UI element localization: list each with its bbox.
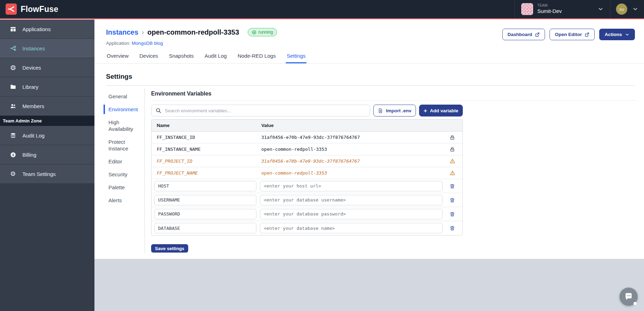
env-value-input[interactable] [260, 223, 443, 233]
team-name: Sumit-Dev [537, 8, 593, 15]
add-variable-button[interactable]: + Add variable [419, 105, 463, 116]
team-admin-zone-label: Team Admin Zone [0, 116, 94, 126]
trash-icon[interactable] [443, 225, 462, 231]
env-value-input[interactable] [260, 209, 443, 219]
team-avatar [521, 3, 533, 15]
table-row-editable [151, 179, 462, 193]
env-name-input[interactable] [154, 209, 256, 219]
panel-title: Environment Variables [151, 91, 636, 97]
dashboard-button[interactable]: Dashboard [502, 29, 545, 40]
env-value-input[interactable] [260, 195, 443, 205]
env-name-input[interactable] [154, 195, 256, 205]
chat-status-dot [634, 302, 637, 305]
sidebar-item-instances[interactable]: Instances [0, 39, 94, 58]
sidebar-item-label: Devices [22, 65, 41, 71]
navbar-right: TEAM: Sumit-Dev su [515, 0, 644, 18]
sidebar-item-label: Audit Log [22, 133, 44, 139]
database-icon [9, 132, 16, 139]
env-toolbar: Import .env + Add variable [151, 105, 463, 116]
sidebar-item-members[interactable]: Members [0, 97, 94, 116]
actions-button[interactable]: Actions [599, 29, 635, 40]
open-editor-button[interactable]: Open Editor [550, 29, 595, 40]
trash-icon[interactable] [443, 183, 462, 189]
breadcrumb: Instances › open-common-redpoll-3353 run… [106, 28, 277, 36]
external-link-icon [535, 32, 540, 37]
sidebar-item-billing[interactable]: $ Billing [0, 145, 94, 164]
column-header-value: Value [261, 123, 442, 128]
table-row-editable [151, 193, 462, 207]
warning-icon [442, 158, 462, 164]
brand[interactable]: FlowFuse [0, 3, 58, 15]
settings-subnav: General Environment High Availability Pr… [108, 93, 141, 210]
chip-icon [9, 64, 16, 71]
tab-settings[interactable]: Settings [286, 50, 306, 63]
users-icon [9, 103, 16, 109]
settings-nav-high-availability[interactable]: High Availability [108, 119, 141, 132]
application-link[interactable]: MongoDB blog [132, 41, 163, 46]
page-title: open-common-redpoll-3353 [147, 28, 239, 36]
user-menu[interactable]: su [610, 0, 644, 18]
divider [106, 85, 635, 86]
top-navbar: FlowFuse TEAM: Sumit-Dev su [0, 0, 644, 19]
settings-nav-security[interactable]: Security [108, 171, 141, 178]
table-row: FF_INSTANCE_NAME open-common-redpoll-335… [151, 143, 462, 155]
header-buttons: Dashboard Open Editor Actions [502, 29, 635, 40]
chat-widget-button[interactable] [620, 288, 638, 306]
sidebar-item-label: Team Settings [22, 171, 56, 177]
svg-text:$: $ [12, 153, 14, 156]
trash-icon[interactable] [443, 211, 462, 217]
table-row-deprecated: FF_PROJECT_ID 31af0456-e70b-47e9-93dc-37… [151, 155, 462, 167]
import-env-button[interactable]: Import .env [373, 105, 416, 116]
plus-icon: + [424, 108, 427, 114]
sidebar-item-label: Members [22, 103, 44, 109]
settings-heading: Settings [106, 73, 132, 80]
settings-nav-palette[interactable]: Palette [108, 184, 141, 191]
lock-icon [442, 135, 462, 140]
environment-variables-panel: Environment Variables Import .env + Add … [151, 91, 636, 253]
tab-audit-log[interactable]: Audit Log [204, 50, 227, 63]
tab-snapshots[interactable]: Snapshots [168, 50, 194, 63]
running-icon [252, 30, 256, 35]
tab-overview[interactable]: Overview [106, 50, 129, 63]
env-value-input[interactable] [260, 181, 443, 191]
chat-icon [624, 292, 633, 301]
brand-name: FlowFuse [21, 5, 58, 14]
sidebar-item-label: Billing [22, 152, 36, 158]
divider [151, 100, 636, 101]
instances-icon [9, 45, 16, 52]
env-name-input[interactable] [154, 223, 256, 233]
table-row-deprecated: FF_PROJECT_NAME open-common-redpoll-3353 [151, 167, 462, 179]
settings-nav-protect-instance[interactable]: Protect Instance [108, 139, 141, 152]
applications-icon [9, 26, 16, 33]
settings-nav-general[interactable]: General [108, 93, 141, 100]
warning-icon [442, 170, 462, 176]
status-badge: running [248, 28, 277, 36]
settings-nav-editor[interactable]: Editor [108, 158, 141, 165]
chevron-down-icon [625, 32, 630, 37]
sidebar-item-label: Applications [22, 26, 51, 32]
trash-icon[interactable] [443, 197, 462, 203]
search-input[interactable] [151, 105, 370, 116]
main-content: Instances › open-common-redpoll-3353 run… [94, 20, 644, 259]
settings-nav-environment[interactable]: Environment [108, 106, 141, 113]
sidebar-item-library[interactable]: Library [0, 77, 94, 97]
breadcrumb-instances-link[interactable]: Instances [106, 28, 138, 36]
table-row: FF_INSTANCE_ID 31af0456-e70b-47e9-93dc-3… [151, 132, 462, 143]
breadcrumb-chevron-icon: › [142, 29, 144, 36]
team-label: TEAM: [537, 3, 593, 8]
application-line: Application: MongoDB blog [106, 41, 163, 46]
sidebar-item-applications[interactable]: Applications [0, 20, 94, 39]
sidebar-item-audit-log[interactable]: Audit Log [0, 126, 94, 145]
instance-header: Instances › open-common-redpoll-3353 run… [94, 20, 644, 64]
team-switcher[interactable]: TEAM: Sumit-Dev [515, 0, 610, 18]
dollar-icon: $ [9, 151, 16, 158]
tab-devices[interactable]: Devices [139, 50, 159, 63]
env-name-input[interactable] [154, 181, 256, 191]
save-settings-button[interactable]: Save settings [151, 244, 188, 253]
settings-nav-alerts[interactable]: Alerts [108, 197, 141, 204]
sidebar-item-team-settings[interactable]: ⚙ Team Settings [0, 164, 94, 184]
sidebar-item-devices[interactable]: Devices [0, 58, 94, 77]
gear-icon: ⚙ [9, 170, 16, 177]
tab-node-red-logs[interactable]: Node-RED Logs [237, 50, 276, 63]
user-avatar: su [616, 3, 627, 15]
